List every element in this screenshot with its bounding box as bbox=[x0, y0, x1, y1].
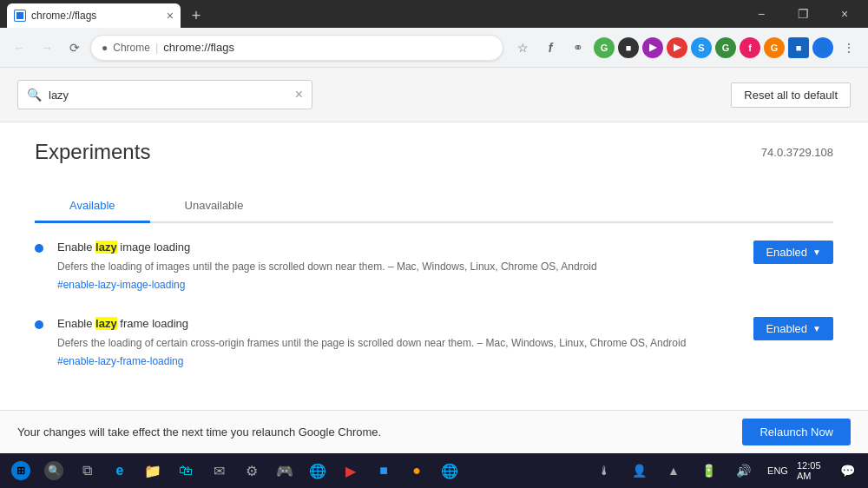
bottom-bar: Your changes will take effect the next t… bbox=[0, 410, 868, 453]
taskbar-store[interactable]: 🛍 bbox=[170, 455, 201, 486]
extension-purple-icon[interactable]: ▶ bbox=[642, 37, 663, 58]
lock-icon: ● bbox=[102, 42, 108, 54]
minimize-button[interactable]: − bbox=[741, 0, 781, 28]
search-input[interactable] bbox=[49, 89, 288, 102]
flag-dot bbox=[35, 320, 43, 329]
flag-link[interactable]: #enable-lazy-image-loading bbox=[57, 279, 185, 291]
taskbar-search-button[interactable]: 🔍 bbox=[38, 455, 69, 486]
tab-available[interactable]: Available bbox=[35, 190, 150, 223]
reset-all-button[interactable]: Reset all to default bbox=[731, 82, 851, 108]
lens-icon[interactable]: ⚭ bbox=[566, 36, 590, 60]
tray-area: 🌡 👤 ▲ 🔋 🔊 ENG 12:05 AM 💬 bbox=[589, 455, 863, 486]
enabled-label: Enabled bbox=[766, 246, 807, 259]
version-text: 74.0.3729.108 bbox=[761, 146, 833, 159]
relaunch-now-button[interactable]: Relaunch Now bbox=[742, 419, 851, 445]
xbox-icon: 🎮 bbox=[276, 463, 293, 479]
clear-search-icon[interactable]: × bbox=[295, 87, 303, 102]
tray-battery[interactable]: 🔋 bbox=[693, 455, 724, 486]
bookmark-star-icon[interactable]: ☆ bbox=[510, 36, 535, 60]
tray-up-arrow[interactable]: ▲ bbox=[658, 455, 689, 486]
taskbar-start-button[interactable]: ⊞ bbox=[5, 455, 36, 486]
url-input[interactable] bbox=[163, 41, 492, 54]
extension-rect-icon[interactable]: ■ bbox=[788, 37, 809, 58]
tray-notification[interactable]: 💬 bbox=[832, 455, 863, 486]
tab-close-button[interactable]: × bbox=[167, 9, 174, 23]
titlebar: chrome://flags × + − ❐ × bbox=[0, 0, 868, 28]
tray-language[interactable]: ENG bbox=[762, 455, 793, 486]
flag-item-image-loading: Enable lazy image loading Defers the loa… bbox=[35, 241, 833, 291]
taskbar-extra3[interactable]: ● bbox=[401, 455, 432, 486]
notification-icon: 💬 bbox=[840, 464, 855, 478]
extra3-icon: ● bbox=[412, 463, 421, 478]
language-label: ENG bbox=[767, 465, 788, 476]
settings-icon: ⚙ bbox=[246, 463, 258, 479]
f-icon[interactable]: f bbox=[538, 36, 562, 60]
new-tab-button[interactable]: + bbox=[184, 3, 208, 28]
enabled-dropdown-button[interactable]: Enabled ▼ bbox=[753, 317, 833, 340]
extra2-icon: ■ bbox=[379, 463, 388, 478]
task-view-icon: ⧉ bbox=[82, 463, 92, 478]
dropdown-arrow-icon: ▼ bbox=[812, 247, 821, 257]
extension-green-icon[interactable]: G bbox=[715, 37, 736, 58]
flag-title: Enable lazy frame loading bbox=[57, 317, 740, 330]
time-label: 12:05 AM bbox=[797, 460, 828, 481]
enabled-label: Enabled bbox=[766, 322, 807, 335]
taskbar-ie[interactable]: e bbox=[104, 455, 135, 486]
extension-g-icon[interactable]: G bbox=[594, 37, 615, 58]
back-button[interactable]: ← bbox=[7, 36, 31, 60]
flag-highlight: lazy bbox=[95, 241, 117, 254]
taskbar-extra2[interactable]: ■ bbox=[368, 455, 399, 486]
extension-orange-icon[interactable]: G bbox=[764, 37, 785, 58]
tab-unavailable[interactable]: Unavailable bbox=[150, 190, 279, 221]
url-separator: | bbox=[155, 41, 158, 54]
profile-icon[interactable]: 👤 bbox=[812, 37, 833, 58]
search-taskbar-icon: 🔍 bbox=[44, 461, 63, 480]
tray-weather[interactable]: 🌡 bbox=[589, 455, 620, 486]
flag-link[interactable]: #enable-lazy-frame-loading bbox=[57, 355, 183, 367]
extension-dark-icon[interactable]: ■ bbox=[618, 37, 639, 58]
active-tab[interactable]: chrome://flags × bbox=[7, 3, 181, 28]
volume-icon: 🔊 bbox=[736, 464, 751, 478]
tray-network[interactable]: 👤 bbox=[623, 455, 654, 486]
more-menu-icon[interactable]: ⋮ bbox=[837, 36, 861, 60]
taskbar-task-view[interactable]: ⧉ bbox=[71, 455, 102, 486]
taskbar-settings[interactable]: ⚙ bbox=[236, 455, 267, 486]
flag-content: Enable lazy image loading Defers the loa… bbox=[57, 241, 740, 291]
search-icon: 🔍 bbox=[27, 88, 42, 102]
flag-control[interactable]: Enabled ▼ bbox=[753, 241, 833, 264]
store-icon: 🛍 bbox=[179, 463, 193, 478]
taskbar-mail[interactable]: ✉ bbox=[203, 455, 234, 486]
close-window-button[interactable]: × bbox=[825, 0, 865, 28]
flag-control[interactable]: Enabled ▼ bbox=[753, 317, 833, 340]
search-box[interactable]: 🔍 × bbox=[17, 80, 312, 109]
battery-icon: 🔋 bbox=[701, 464, 716, 478]
taskbar-chrome2[interactable]: 🌐 bbox=[434, 455, 465, 486]
taskbar-chrome[interactable]: 🌐 bbox=[302, 455, 333, 486]
url-bar-container[interactable]: ● Chrome | bbox=[90, 35, 503, 61]
enabled-dropdown-button[interactable]: Enabled ▼ bbox=[753, 241, 833, 264]
chrome-label: Chrome bbox=[113, 42, 150, 54]
experiments-title: Experiments bbox=[35, 140, 150, 164]
flag-title: Enable lazy image loading bbox=[57, 241, 740, 254]
mail-icon: ✉ bbox=[214, 463, 225, 479]
taskbar-xbox[interactable]: 🎮 bbox=[269, 455, 300, 486]
extension-blue-icon[interactable]: S bbox=[691, 37, 712, 58]
extension-red-icon[interactable]: ▶ bbox=[667, 37, 687, 58]
tab-area: chrome://flags × + bbox=[0, 0, 208, 28]
reload-button[interactable]: ⟳ bbox=[62, 36, 87, 60]
flag-description: Defers the loading of certain cross-orig… bbox=[57, 335, 740, 351]
tray-volume[interactable]: 🔊 bbox=[727, 455, 759, 486]
taskbar-folder[interactable]: 📁 bbox=[137, 455, 168, 486]
taskbar-extra1[interactable]: ▶ bbox=[335, 455, 366, 486]
flags-search-bar: 🔍 × Reset all to default bbox=[0, 68, 868, 122]
flag-highlight: lazy bbox=[95, 317, 117, 330]
ie-icon: e bbox=[116, 463, 124, 478]
forward-button[interactable]: → bbox=[35, 36, 59, 60]
chrome-taskbar-icon: 🌐 bbox=[309, 463, 326, 479]
experiments-header: Experiments 74.0.3729.108 bbox=[35, 140, 833, 164]
extension-pink-icon[interactable]: f bbox=[740, 37, 760, 58]
tray-time[interactable]: 12:05 AM bbox=[797, 455, 828, 486]
flag-content: Enable lazy frame loading Defers the loa… bbox=[57, 317, 740, 367]
restore-button[interactable]: ❐ bbox=[783, 0, 823, 28]
up-arrow-icon: ▲ bbox=[667, 464, 680, 478]
